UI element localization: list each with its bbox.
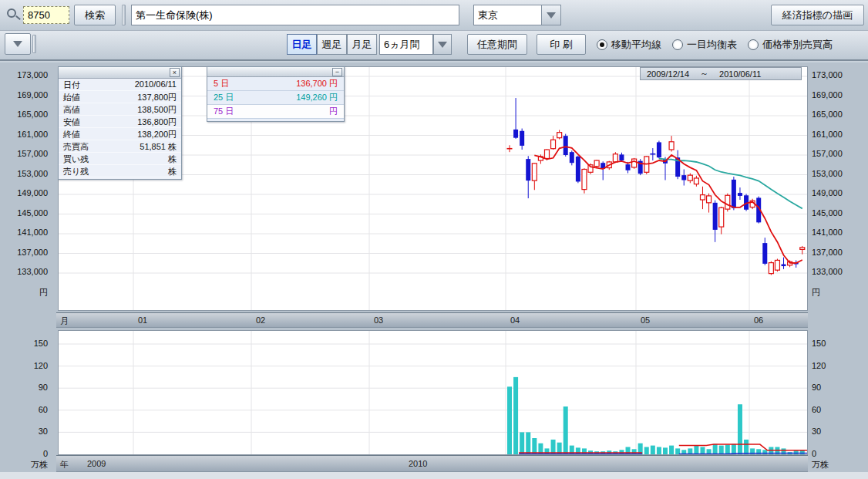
quote-info-row: 終値138,200円 <box>59 128 181 140</box>
overlay-radio-1[interactable]: 一目均衡表 <box>672 38 737 52</box>
info-value: 138,500円 <box>137 104 177 115</box>
info-label: 買い残 <box>63 153 89 164</box>
price-tick-label: 169,000 <box>2 90 48 100</box>
chevron-down-icon <box>547 12 556 19</box>
price-tick-label: 165,000 <box>2 110 48 119</box>
close-icon[interactable]: × <box>170 68 180 77</box>
print-button[interactable]: 印 刷 <box>537 34 586 55</box>
info-label: 売買高 <box>63 141 89 152</box>
ma-period-label: 5 日 <box>214 78 229 90</box>
volume-tick-label: 150 <box>2 339 48 348</box>
price-tick-label: 149,000 <box>2 188 48 197</box>
volume-tick-label: 120 <box>812 361 863 370</box>
chevron-down-icon <box>13 41 22 47</box>
ma25-line <box>659 159 802 209</box>
overlay-radio-0[interactable]: 移動平均線 <box>597 38 661 52</box>
volume-chart-plot[interactable] <box>58 330 808 455</box>
custom-period-button[interactable]: 任意期間 <box>467 34 527 55</box>
info-value: 137,800円 <box>137 92 177 103</box>
month-label: 04 <box>510 315 520 325</box>
info-value: 株 <box>168 153 177 164</box>
price-tick-label: 149,000 <box>812 188 863 197</box>
quote-info-window[interactable]: × 日付2010/06/11始値137,800円高値138,500円安値136,… <box>58 66 182 180</box>
minimize-icon[interactable]: − <box>332 68 342 76</box>
toolbar-top: 検索 東京 経済指標の描画 <box>0 0 868 31</box>
date-range-box[interactable]: 2009/12/14 ～ 2010/06/11 <box>640 67 802 80</box>
year-axis-prefix: 年 <box>60 459 69 471</box>
price-tick-label: 165,000 <box>812 110 863 119</box>
tab-weekly[interactable]: 週足 <box>317 34 347 55</box>
overlay-radio-2[interactable]: 価格帯別売買高 <box>748 38 833 52</box>
price-axis-unit: 円 <box>812 287 863 299</box>
price-tick-label: 145,000 <box>2 208 48 218</box>
search-icon <box>5 7 21 22</box>
overlay-radio-label: 一目均衡表 <box>687 38 737 52</box>
info-label: 日付 <box>63 79 80 90</box>
tab-daily[interactable]: 日足 <box>287 34 317 55</box>
ma-value: 136,700 円 <box>296 78 338 90</box>
ma-legend-row: 75 日円 <box>207 105 344 119</box>
volume-chart-canvas[interactable] <box>59 331 807 454</box>
search-button[interactable]: 検索 <box>74 5 116 25</box>
ma-legend-window[interactable]: − 5 日136,700 円25 日149,260 円75 日円 <box>207 66 345 122</box>
company-name-input[interactable] <box>131 5 459 25</box>
ma-value: 149,260 円 <box>296 92 338 104</box>
period-select-value[interactable]: 6ヵ月間 <box>379 34 433 55</box>
radio-icon <box>748 39 759 50</box>
info-label: 始値 <box>63 92 80 103</box>
toolbar-second: 日足週足月足 6ヵ月間 任意期間 印 刷 移動平均線一目均衡表価格帯別売買高 <box>0 31 868 61</box>
year-label: 2010 <box>409 459 427 468</box>
ma-period-label: 25 日 <box>214 92 234 104</box>
range-separator: ～ <box>700 68 708 79</box>
month-label: 06 <box>754 315 763 325</box>
tab-monthly[interactable]: 月足 <box>347 34 377 55</box>
price-tick-label: 173,000 <box>2 70 48 79</box>
price-tick-label: 153,000 <box>2 169 48 178</box>
info-label: 高値 <box>63 104 80 115</box>
stock-code-input[interactable] <box>23 6 69 24</box>
info-label: 終値 <box>63 129 80 140</box>
overlay-radio-group: 移動平均線一目均衡表価格帯別売買高 <box>597 38 833 52</box>
volume-axis-unit: 万株 <box>2 459 48 471</box>
quote-info-row: 安値136,800円 <box>59 116 181 128</box>
volume-tick-label: 60 <box>2 405 48 414</box>
scroll-dropdown-button[interactable] <box>5 33 31 55</box>
quote-info-row: 高値138,500円 <box>59 103 181 116</box>
volume-tick-label: 0 <box>812 449 863 458</box>
quote-info-row: 買い残株 <box>59 153 181 165</box>
range-end-date: 2010/06/11 <box>719 69 761 79</box>
ma-value: 円 <box>329 106 338 118</box>
exchange-select-arrow[interactable] <box>541 5 561 25</box>
ma-legend-row: 25 日149,260 円 <box>207 91 344 105</box>
price-tick-label: 157,000 <box>2 149 48 158</box>
info-value: 株 <box>168 166 177 177</box>
chevron-down-icon <box>438 42 447 48</box>
month-label: 02 <box>256 315 265 325</box>
volume-tick-label: 30 <box>812 427 863 436</box>
ma-legend-titlebar[interactable]: − <box>207 67 344 77</box>
toolbar-divider <box>32 35 36 53</box>
info-label: 売り残 <box>63 166 89 177</box>
toolbar-divider <box>122 5 126 25</box>
info-value: 138,200円 <box>137 129 177 140</box>
month-label: 03 <box>374 315 383 325</box>
price-tick-label: 133,000 <box>812 267 863 276</box>
quote-info-titlebar[interactable]: × <box>59 67 181 79</box>
month-label: 01 <box>138 315 147 325</box>
price-tick-label: 157,000 <box>812 149 863 158</box>
volume-tick-label: 120 <box>2 361 48 370</box>
bottom-strip <box>0 472 868 479</box>
ma-legend-row: 5 日136,700 円 <box>207 77 344 91</box>
volume-tick-label: 150 <box>812 339 863 348</box>
economic-indicator-button[interactable]: 経済指標の描画 <box>771 5 864 25</box>
exchange-select-value[interactable]: 東京 <box>473 5 541 25</box>
volume-tick-label: 90 <box>2 383 48 392</box>
chart-region: 月010203040506 年20092010 173,000173,00016… <box>0 62 868 472</box>
price-tick-label: 137,000 <box>2 248 48 257</box>
price-tick-label: 153,000 <box>812 169 863 178</box>
price-tick-label: 173,000 <box>812 70 863 79</box>
price-tick-label: 133,000 <box>2 267 48 276</box>
period-select-arrow[interactable] <box>433 34 452 55</box>
info-label: 安値 <box>63 116 80 127</box>
year-axis-bar: 年20092010 <box>56 455 808 472</box>
